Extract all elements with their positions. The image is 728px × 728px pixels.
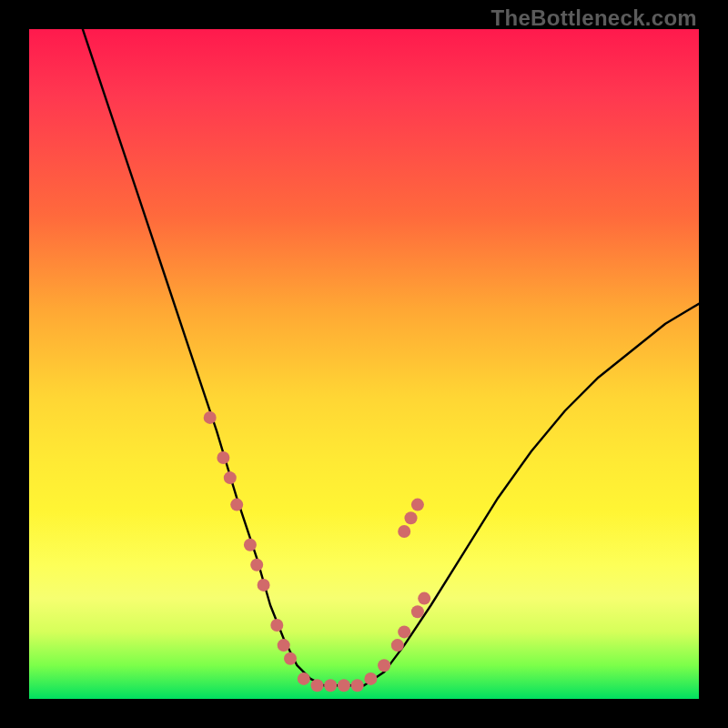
left-cluster-dot bbox=[258, 579, 270, 592]
bottom-dot bbox=[311, 679, 324, 692]
right-cluster-dot bbox=[411, 499, 424, 511]
bottom-dot bbox=[298, 672, 310, 685]
left-cluster-dot bbox=[284, 652, 297, 665]
left-cluster-dot bbox=[224, 471, 237, 484]
left-cluster-dot bbox=[217, 451, 229, 464]
plot-area bbox=[29, 29, 699, 699]
bottom-dot bbox=[338, 679, 350, 692]
bottom-dot bbox=[364, 672, 377, 685]
left-cluster-dot bbox=[230, 499, 243, 511]
left-cluster-dot bbox=[270, 619, 283, 632]
right-cluster-dot bbox=[418, 592, 430, 605]
chart-frame: TheBottleneck.com bbox=[0, 0, 728, 728]
right-cluster-dot bbox=[391, 639, 404, 652]
bottom-dot bbox=[324, 679, 337, 692]
bottom-dot bbox=[351, 679, 364, 692]
curve-layer bbox=[29, 29, 699, 699]
watermark-text: TheBottleneck.com bbox=[491, 5, 697, 31]
left-cluster-dot bbox=[250, 559, 263, 571]
left-cluster-dot bbox=[278, 639, 290, 652]
bottleneck-curve bbox=[83, 29, 699, 685]
right-cluster-dot bbox=[398, 625, 410, 638]
right-cluster-dot bbox=[411, 605, 424, 618]
left-cluster-dot bbox=[204, 411, 217, 424]
right-cluster-dot bbox=[378, 659, 390, 672]
left-cluster-dot bbox=[244, 539, 257, 551]
right-cluster-dot bbox=[398, 525, 410, 538]
right-cluster-dot bbox=[405, 511, 418, 524]
